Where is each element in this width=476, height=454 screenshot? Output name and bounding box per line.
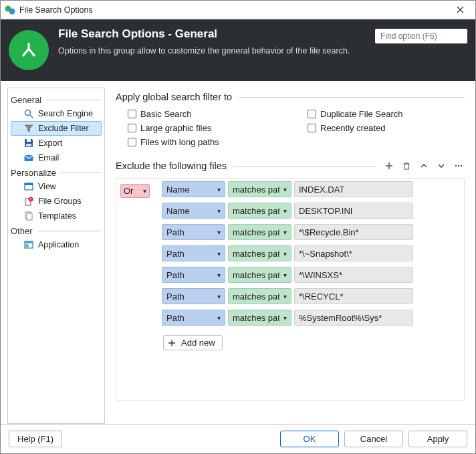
application-icon (23, 239, 34, 250)
chevron-down-icon: ▾ (283, 250, 287, 257)
delete-rule-button[interactable] (402, 161, 412, 171)
rule-field-select[interactable]: Path▾ (162, 224, 225, 240)
rule-op-select[interactable]: matches patte▾ (228, 203, 291, 219)
page-title: File Search Options - General (58, 27, 366, 41)
svg-point-1 (9, 8, 15, 14)
rule-field-select[interactable]: Name▾ (162, 181, 225, 197)
nav-item-search-engine[interactable]: Search Engine (11, 106, 102, 121)
help-button[interactable]: Help (F1) (9, 431, 62, 447)
nav-heading-personalize: Personalize (11, 168, 102, 178)
svg-rect-6 (26, 144, 31, 146)
nav-label: File Groups (38, 197, 82, 206)
chevron-down-icon: ▾ (143, 187, 146, 195)
chevron-down-icon: ▾ (283, 293, 287, 300)
nav-heading-general: General (11, 95, 102, 105)
rule-op-select[interactable]: matches patte▾ (228, 181, 291, 197)
rule-op-select[interactable]: matches patte▾ (228, 310, 291, 326)
svg-rect-18 (404, 164, 409, 169)
svg-rect-17 (26, 245, 29, 247)
window-icon (23, 181, 34, 192)
pages-icon: ? (23, 196, 34, 207)
nav-item-exclude-filter[interactable]: Exclude Filter (11, 121, 102, 136)
chevron-down-icon: ▾ (283, 314, 287, 322)
find-option-box[interactable] (375, 29, 467, 43)
rule-op-select[interactable]: matches patte▾ (228, 288, 291, 304)
rule-value-input[interactable]: %SystemRoot%\Sys* (294, 310, 413, 326)
svg-rect-14 (27, 213, 32, 220)
checkbox-icon (128, 124, 136, 132)
mail-icon (23, 152, 34, 163)
chevron-down-icon: ▾ (217, 293, 221, 300)
nav-item-export[interactable]: Export (11, 136, 102, 150)
rule-op-select[interactable]: matches patte▾ (228, 267, 291, 283)
funnel-icon (23, 123, 34, 134)
nav-item-email[interactable]: Email (11, 150, 102, 165)
chevron-down-icon: ▾ (217, 229, 221, 236)
plus-icon (384, 161, 394, 171)
add-new-button[interactable]: Add new (163, 335, 223, 350)
chevron-down-icon (437, 161, 446, 171)
rule-value-input[interactable]: *\WINSXS* (294, 267, 413, 283)
nav-label: View (38, 182, 56, 191)
plus-icon (168, 339, 176, 347)
apply-button[interactable]: Apply (408, 431, 467, 447)
cancel-button[interactable]: Cancel (344, 431, 403, 447)
close-icon (457, 6, 464, 13)
logic-selector[interactable]: Or▾ (120, 184, 150, 198)
rule-value-input[interactable]: *\~Snapshot\* (294, 245, 413, 261)
more-button[interactable] (454, 161, 465, 171)
nav-label: Templates (38, 211, 76, 221)
page-description: Options in this group allow to customize… (58, 46, 366, 55)
main-panel: Apply global search filter to Basic Sear… (112, 88, 469, 424)
nav-item-application[interactable]: Application (11, 237, 102, 252)
close-button[interactable] (446, 1, 474, 19)
rule-field-select[interactable]: Path▾ (162, 310, 225, 326)
header-band: File Search Options - General Options in… (1, 19, 475, 81)
move-up-button[interactable] (419, 161, 430, 171)
exclude-heading: Exclude the following files (116, 160, 465, 171)
checkbox-icon (308, 124, 316, 132)
trash-icon (402, 161, 411, 171)
nav-label: Email (38, 153, 59, 162)
chevron-down-icon: ▾ (217, 250, 221, 257)
find-option-input[interactable] (379, 31, 476, 41)
search-icon (23, 108, 34, 119)
add-rule-button[interactable] (384, 161, 395, 171)
rule-op-select[interactable]: matches patte▾ (228, 245, 291, 261)
chk-large-graphic-files[interactable]: Large graphic files (128, 123, 281, 133)
chk-basic-search[interactable]: Basic Search (128, 109, 281, 119)
ok-button[interactable]: OK (280, 431, 339, 447)
nav-item-templates[interactable]: Templates (11, 209, 102, 223)
rule-op-select[interactable]: matches patte▾ (228, 224, 291, 240)
nav-item-file-groups[interactable]: ? File Groups (11, 194, 102, 209)
rule-field-select[interactable]: Path▾ (162, 288, 225, 304)
svg-point-20 (458, 165, 459, 166)
chk-files-long-paths[interactable]: Files with long paths (128, 137, 281, 147)
header-logo-icon (9, 30, 49, 70)
svg-point-3 (25, 110, 31, 116)
rule-field-select[interactable]: Path▾ (162, 245, 225, 261)
svg-rect-9 (25, 183, 33, 185)
footer: Help (F1) OK Cancel Apply (1, 424, 475, 453)
rule-field-select[interactable]: Name▾ (162, 203, 225, 219)
chevron-up-icon (419, 161, 429, 171)
nav-heading-other: Other (11, 226, 102, 236)
svg-point-19 (455, 165, 457, 166)
nav-label: Application (38, 240, 79, 249)
window-title: File Search Options (19, 5, 446, 15)
rule-value-input[interactable]: INDEX.DAT (294, 181, 413, 197)
nav-item-view[interactable]: View (11, 179, 102, 194)
chevron-down-icon: ▾ (283, 229, 287, 236)
rule-value-input[interactable]: DESKTOP.INI (294, 203, 413, 219)
chk-duplicate-file-search[interactable]: Duplicate File Search (308, 109, 461, 119)
rule-value-input[interactable]: *\RECYCL* (294, 288, 413, 304)
rule-value-input[interactable]: *\$Recycle.Bin* (294, 224, 413, 240)
chk-recently-created[interactable]: Recently created (308, 123, 461, 133)
move-down-button[interactable] (437, 161, 447, 171)
rule-field-select[interactable]: Path▾ (162, 267, 225, 283)
rules-panel: Or▾ Name▾ matches patte▾ INDEX.DAT Name▾… (116, 178, 465, 401)
svg-rect-16 (25, 241, 33, 243)
chevron-down-icon: ▾ (283, 271, 287, 279)
save-icon (23, 138, 34, 148)
chevron-down-icon: ▾ (217, 186, 221, 193)
